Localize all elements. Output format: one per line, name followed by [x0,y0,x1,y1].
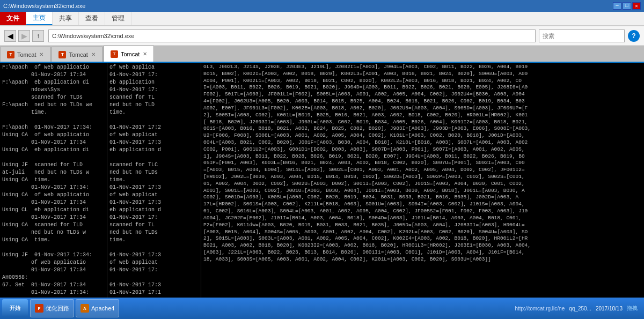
close-button[interactable]: ✕ [632,2,641,10]
cmd-text-right: GL3, J002L3, J214S, J203E, J203E3, J219L… [203,64,642,263]
ribbon: 文件 主页 共享 查看 管理 [0,12,644,26]
forward-button[interactable]: ▶ [18,30,30,42]
tray-datetime: 2017/10/13 [596,306,623,311]
taskbar-icon-1: A [80,304,89,313]
cmd-tab-0[interactable]: T Tomcat ✕ [0,47,50,62]
back-button[interactable]: ◀ [4,30,16,42]
cmd-content-area: F:\apach of web applicatio 01-Nov-2017 1… [0,63,644,313]
taskbar-label-0: 优化回路 [46,305,69,313]
tab-label-2: Tomcat [121,51,140,57]
window-controls: ─ □ ✕ [613,2,641,10]
cmd-pane-middle[interactable]: of web applica 01-Nov-2017 17: eb applic… [107,63,201,313]
cmd-text-left: F:\apach of web applicatio 01-Nov-2017 1… [2,64,105,296]
tab-icon-0: T [7,51,14,58]
ribbon-tab-manage[interactable]: 管理 [105,12,131,25]
cmd-tab-bar: T Tomcat ✕ T Tomcat ✕ T Tomcat ✕ [0,46,644,63]
cmd-tab-1[interactable]: T Tomcat ✕ [52,47,102,62]
tab-label-1: Tomcat [69,51,87,58]
tab-close-2[interactable]: ✕ [143,51,147,57]
taskbar-item-1[interactable]: A Apache4 [76,299,119,317]
taskbar-tray: http://tomcat.rg.lic/ne qq_250... 2017/1… [515,305,642,312]
address-bar-row: ◀ ▶ ↑ ? [0,26,644,46]
window-title-bar: C:\Windows\system32\cmd.exe ─ □ ✕ [0,0,644,12]
taskbar-item-0[interactable]: F 优化回路 [30,299,74,317]
cmd-text-middle: of web applica 01-Nov-2017 17: eb applic… [109,64,199,296]
tab-label-0: Tomcat [17,51,36,58]
up-button[interactable]: ↑ [32,30,44,42]
cmd-tab-2[interactable]: T Tomcat ✕ [104,46,154,62]
cmd-pane-right[interactable]: GL3, J002L3, J214S, J203E, J203E3, J219L… [201,63,644,313]
taskbar: 开始 F 优化回路 A Apache4 http://tomcat.rg.lic… [0,298,644,319]
cmd-pane-left[interactable]: F:\apach of web applicatio 01-Nov-2017 1… [0,63,107,313]
taskbar-label-1: Apache4 [91,305,114,311]
tab-icon-1: T [58,51,66,58]
nav-buttons: ◀ ▶ ↑ [4,30,44,42]
tray-action: 拖拽 [627,305,638,312]
ribbon-tab-home[interactable]: 主页 [26,12,53,25]
help-button[interactable]: ? [628,30,640,42]
tab-close-1[interactable]: ✕ [91,51,96,57]
search-input[interactable] [539,29,625,42]
maximize-button[interactable]: □ [623,2,631,10]
ribbon-tab-view[interactable]: 查看 [79,12,105,25]
tray-url: http://tomcat.rg.lic/ne [515,306,565,311]
minimize-button[interactable]: ─ [613,2,621,10]
tab-close-0[interactable]: ✕ [39,51,43,57]
ribbon-tab-share[interactable]: 共享 [53,12,79,25]
tray-text: qq_250... [569,306,591,311]
ribbon-tab-file[interactable]: 文件 [0,12,26,25]
window-title: C:\Windows\system32\cmd.exe [3,3,85,9]
start-button[interactable]: 开始 [2,299,28,317]
ribbon-tab-bar: 文件 主页 共享 查看 管理 [0,12,644,26]
address-input[interactable] [48,29,536,42]
main-window: C:\Windows\system32\cmd.exe ─ □ ✕ 文件 主页 … [0,0,644,319]
taskbar-icon-0: F [35,304,43,313]
tab-icon-2: T [111,50,118,58]
